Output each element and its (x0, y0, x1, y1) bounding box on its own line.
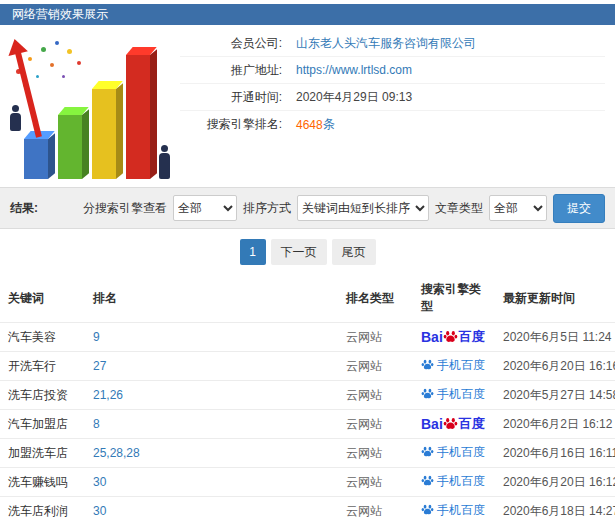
mobile-baidu-label: 手机百度 (437, 359, 485, 371)
chart-bar (58, 115, 82, 179)
table-row: 洗车店投资 21,26 云网站 手机百度 2020年5月27日 14:58 (0, 381, 615, 410)
keyword-cell: 开洗车行 (0, 352, 85, 381)
page-title: 网络营销效果展示 (12, 7, 108, 21)
mobile-baidu-paw-icon (421, 387, 434, 400)
keyword-cell: 加盟洗车店 (0, 439, 85, 468)
chart-bar (24, 139, 48, 179)
company-link[interactable]: 山东老人头汽车服务咨询有限公司 (296, 35, 476, 52)
engine-filter-select[interactable]: 全部 (173, 195, 237, 221)
info-panel: 会员公司: 山东老人头汽车服务咨询有限公司 推广地址: https://www.… (0, 25, 615, 187)
ranking-table: 关键词排名排名类型搜索引擎类型最新更新时间 汽车美容 9 云网站 Bai 百度 … (0, 274, 615, 520)
site-row: 推广地址: https://www.lrtlsd.com (180, 57, 605, 84)
engine-cell: Bai 百度 (413, 410, 495, 439)
sort-select[interactable]: 关键词由短到长排序 (297, 195, 429, 221)
engine-cell: 手机百度 (413, 497, 495, 520)
rank-type-cell: 云网站 (338, 323, 413, 352)
rank-type-cell: 云网站 (338, 468, 413, 497)
baidu-cn-text: 百度 (459, 417, 485, 430)
update-time-cell: 2020年5月27日 14:58 (495, 381, 615, 410)
baidu-logo: Bai 百度 (421, 329, 485, 344)
open-time-value: 2020年4月29日 09:13 (296, 89, 412, 106)
table-row: 汽车加盟店 8 云网站 Bai 百度 2020年6月2日 16:12 (0, 410, 615, 439)
update-time-cell: 2020年6月20日 16:12 (495, 468, 615, 497)
person-figure (10, 113, 21, 131)
keyword-cell: 洗车赚钱吗 (0, 468, 85, 497)
engine-cell: 手机百度 (413, 468, 495, 497)
rank-link[interactable]: 9 (93, 330, 100, 344)
rank-cell: 9 (85, 323, 338, 352)
baidu-latin-text: Bai (421, 417, 443, 431)
rank-cell: 30 (85, 468, 338, 497)
rank-link[interactable]: 21,26 (93, 388, 123, 402)
open-time-row: 开通时间: 2020年4月29日 09:13 (180, 84, 605, 111)
mobile-baidu-paw-icon (421, 474, 434, 487)
company-row: 会员公司: 山东老人头汽车服务咨询有限公司 (180, 30, 605, 57)
rank-type-cell: 云网站 (338, 381, 413, 410)
article-type-label: 文章类型 (435, 200, 483, 217)
update-time-cell: 2020年6月18日 14:27 (495, 497, 615, 520)
mobile-baidu-paw-icon (421, 358, 434, 371)
update-time-cell: 2020年6月16日 16:11 (495, 439, 615, 468)
rank-link[interactable]: 30 (93, 475, 106, 489)
rank-cell: 21,26 (85, 381, 338, 410)
mobile-baidu-logo: 手机百度 (421, 445, 485, 458)
engine-rank-row: 搜索引擎排名: 4648 条 (180, 111, 605, 138)
result-label: 结果: (0, 200, 38, 217)
sort-label: 排序方式 (243, 200, 291, 217)
mobile-baidu-paw-icon (421, 503, 434, 516)
mobile-baidu-label: 手机百度 (437, 388, 485, 400)
rank-link[interactable]: 25,28,28 (93, 446, 140, 460)
chart-bar (92, 89, 116, 179)
last-page-link[interactable]: 尾页 (332, 239, 376, 265)
mobile-baidu-label: 手机百度 (437, 446, 485, 458)
pagination: 1 下一页 尾页 (0, 239, 615, 265)
table-body: 汽车美容 9 云网站 Bai 百度 2020年6月5日 11:24 开洗车行 2… (0, 323, 615, 520)
engine-rank-count: 4648 (296, 118, 323, 132)
rank-type-cell: 云网站 (338, 439, 413, 468)
article-type-select[interactable]: 全部 (489, 195, 547, 221)
rank-link[interactable]: 27 (93, 359, 106, 373)
rank-link[interactable]: 30 (93, 504, 106, 518)
rank-link[interactable]: 8 (93, 417, 100, 431)
baidu-latin-text: Bai (421, 330, 443, 344)
site-link[interactable]: https://www.lrtlsd.com (296, 63, 412, 77)
keyword-cell: 洗车店投资 (0, 381, 85, 410)
baidu-logo: Bai 百度 (421, 416, 485, 431)
mobile-baidu-label: 手机百度 (437, 475, 485, 487)
column-header: 关键词 (0, 274, 85, 323)
next-page-link[interactable]: 下一页 (271, 239, 327, 265)
table-row: 洗车店利润 30 云网站 手机百度 2020年6月18日 14:27 (0, 497, 615, 520)
bar-chart-illustration (8, 31, 178, 183)
rank-cell: 8 (85, 410, 338, 439)
update-time-cell: 2020年6月20日 16:16 (495, 352, 615, 381)
page-number-current[interactable]: 1 (240, 239, 266, 265)
table-row: 开洗车行 27 云网站 手机百度 2020年6月20日 16:16 (0, 352, 615, 381)
engine-cell: 手机百度 (413, 352, 495, 381)
column-header: 排名类型 (338, 274, 413, 323)
mobile-baidu-label: 手机百度 (437, 504, 485, 516)
baidu-paw-icon (443, 416, 458, 431)
rank-type-cell: 云网站 (338, 497, 413, 520)
keyword-cell: 洗车店利润 (0, 497, 85, 520)
keyword-cell: 汽车美容 (0, 323, 85, 352)
rank-type-cell: 云网站 (338, 410, 413, 439)
rank-type-cell: 云网站 (338, 352, 413, 381)
mobile-baidu-logo: 手机百度 (421, 503, 485, 516)
open-time-label: 开通时间: (180, 89, 282, 106)
engine-rank-label: 搜索引擎排名: (180, 116, 282, 133)
column-header: 最新更新时间 (495, 274, 615, 323)
chart-bar (126, 55, 150, 179)
table-header-row: 关键词排名排名类型搜索引擎类型最新更新时间 (0, 274, 615, 323)
submit-button[interactable]: 提交 (553, 194, 605, 223)
keyword-cell: 汽车加盟店 (0, 410, 85, 439)
table-row: 汽车美容 9 云网站 Bai 百度 2020年6月5日 11:24 (0, 323, 615, 352)
engine-cell: Bai 百度 (413, 323, 495, 352)
table-row: 洗车赚钱吗 30 云网站 手机百度 2020年6月20日 16:12 (0, 468, 615, 497)
mobile-baidu-logo: 手机百度 (421, 474, 485, 487)
engine-cell: 手机百度 (413, 381, 495, 410)
engine-rank-unit: 条 (323, 116, 335, 133)
mobile-baidu-paw-icon (421, 445, 434, 458)
baidu-cn-text: 百度 (459, 330, 485, 343)
page-header: 网络营销效果展示 (0, 4, 615, 25)
person-figure (159, 153, 170, 179)
